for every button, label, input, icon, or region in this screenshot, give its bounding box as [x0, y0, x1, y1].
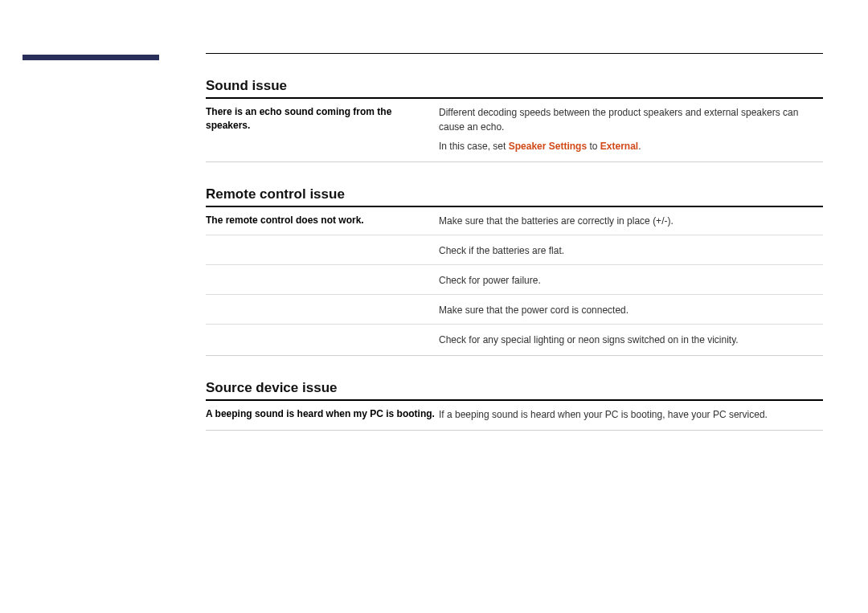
table-row: A beeping sound is heard when my PC is b… [206, 401, 823, 428]
row-line: In this case, set Speaker Settings to Ex… [439, 139, 823, 153]
section-heading-sound: Sound issue [206, 78, 823, 94]
table-row: Make sure that the power cord is connect… [206, 294, 823, 324]
section-end-rule [206, 161, 823, 162]
highlight-text: External [600, 141, 638, 152]
section-heading-source: Source device issue [206, 380, 823, 396]
text: to [587, 141, 600, 152]
row-value: Check for any special lighting or neon s… [439, 333, 823, 347]
section-end-rule [206, 430, 823, 431]
row-value: Different decoding speeds between the pr… [439, 105, 823, 153]
highlight-text: Speaker Settings [509, 141, 587, 152]
row-value: Check if the batteries are flat. [439, 243, 823, 258]
text: In this case, set [439, 141, 509, 152]
table-row: Check for power failure. [206, 264, 823, 294]
text: . [638, 141, 641, 152]
row-label: A beeping sound is heard when my PC is b… [206, 407, 439, 421]
accent-bar [23, 55, 159, 60]
table-row: Check if the batteries are flat. [206, 235, 823, 264]
row-value: Check for power failure. [439, 273, 823, 288]
table-row: Check for any special lighting or neon s… [206, 324, 823, 353]
row-label: There is an echo sound coming from the s… [206, 105, 439, 133]
row-line: Different decoding speeds between the pr… [439, 105, 823, 134]
row-value: Make sure that the power cord is connect… [439, 303, 823, 317]
table-row: There is an echo sound coming from the s… [206, 99, 823, 160]
page-content: Sound issue There is an echo sound comin… [0, 0, 868, 463]
row-value: Make sure that the batteries are correct… [439, 214, 823, 228]
section-heading-remote: Remote control issue [206, 186, 823, 202]
table-row: The remote control does not work. Make s… [206, 207, 823, 235]
row-label: The remote control does not work. [206, 214, 439, 227]
row-value: If a beeping sound is heard when your PC… [439, 407, 823, 422]
top-rule [206, 53, 823, 54]
section-end-rule [206, 355, 823, 356]
